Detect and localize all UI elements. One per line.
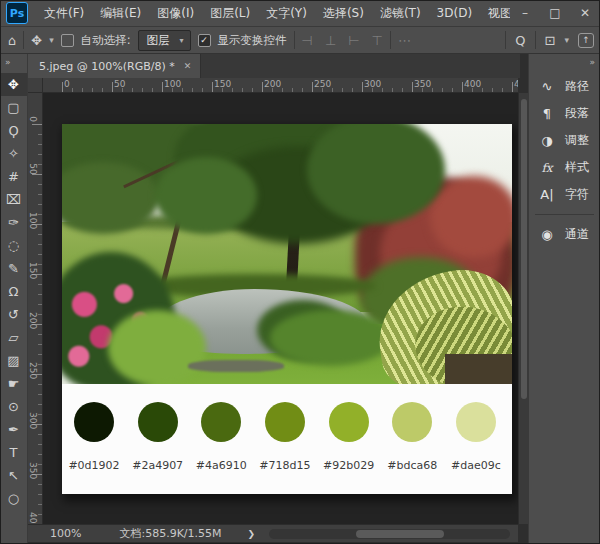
- toolbar-collapse-icon[interactable]: »: [0, 54, 27, 73]
- show-transform-checkbox[interactable]: ✓: [198, 34, 211, 47]
- eyedropper-tool[interactable]: ✑: [0, 211, 27, 234]
- history-brush-tool[interactable]: ↺: [0, 303, 27, 326]
- menu-item-6[interactable]: 选择(S): [315, 0, 372, 26]
- vertical-scrollbar[interactable]: [518, 93, 528, 524]
- ruler-label: 50: [114, 79, 125, 89]
- workspace-switcher-icon[interactable]: ⊡: [545, 34, 556, 47]
- panel-tab-label: 调整: [565, 132, 589, 149]
- color-swatch[interactable]: #718d15: [255, 402, 315, 472]
- dodge-tool[interactable]: ⊙: [0, 395, 27, 418]
- minimize-button[interactable]: –: [510, 0, 540, 26]
- tool-options-bar: ⌂ ✥ ▾ 自动选择: 图层 ▾ ✓ 显示变换控件 ⊣⊥⊢⊤ ⋯ Q ⊡ ▾ ↑: [0, 27, 600, 54]
- menu-bar: 文件(F)编辑(E)图像(I)图层(L)文字(Y)选择(S)滤镜(T)3D(D)…: [36, 0, 510, 26]
- maximize-button[interactable]: □: [540, 0, 570, 26]
- chevron-down-icon: ▾: [180, 36, 184, 45]
- panel-tab-character[interactable]: A|字符: [529, 181, 600, 208]
- document-tab[interactable]: 5.jpeg @ 100%(RGB/8) * ✕: [28, 54, 201, 78]
- move-tool-indicator-icon[interactable]: ✥: [31, 34, 42, 47]
- clone-stamp-tool[interactable]: Ω: [0, 280, 27, 303]
- dock-collapse-icon[interactable]: »: [529, 54, 600, 73]
- garden-photo[interactable]: [62, 124, 512, 384]
- color-swatch[interactable]: #2a4907: [128, 402, 188, 472]
- horizontal-scrollbar-thumb[interactable]: [356, 530, 444, 538]
- menu-item-4[interactable]: 图层(L): [202, 0, 258, 26]
- vertical-scrollbar-thumb[interactable]: [521, 99, 527, 399]
- color-swatch[interactable]: #4a6910: [191, 402, 251, 472]
- panel-tab-adjustments[interactable]: ◑调整: [529, 127, 600, 154]
- color-swatch[interactable]: #0d1902: [64, 402, 124, 472]
- frame-tool[interactable]: ⌧: [0, 188, 27, 211]
- swatch-circle[interactable]: [138, 402, 178, 442]
- home-icon[interactable]: ⌂: [8, 34, 16, 47]
- auto-select-target-value: 图层: [147, 33, 170, 48]
- menu-item-1[interactable]: 文件(F): [36, 0, 92, 26]
- swatch-circle[interactable]: [392, 402, 432, 442]
- horizontal-ruler[interactable]: 050100150200250300350400450: [28, 78, 518, 93]
- auto-select-checkbox[interactable]: [61, 34, 74, 47]
- panel-tab-label: 字符: [565, 186, 589, 203]
- swatch-circle[interactable]: [74, 402, 114, 442]
- menu-item-3[interactable]: 图像(I): [149, 0, 202, 26]
- color-swatch[interactable]: #bdca68: [382, 402, 442, 472]
- zoom-level[interactable]: 100%: [50, 527, 81, 540]
- eraser-tool[interactable]: ▱: [0, 326, 27, 349]
- vertical-ruler[interactable]: 050100150200250300350400: [28, 93, 43, 524]
- spot-healing-tool[interactable]: ◌: [0, 234, 27, 257]
- chevron-down-icon[interactable]: ▾: [49, 36, 54, 45]
- panel-tab-paths[interactable]: ∿路径: [529, 73, 600, 100]
- close-tab-icon[interactable]: ✕: [184, 61, 192, 71]
- lasso-tool[interactable]: Ϙ: [0, 119, 27, 142]
- menu-item-2[interactable]: 编辑(E): [92, 0, 149, 26]
- align-buttons-group: ⊣⊥⊢⊤: [302, 34, 383, 47]
- panel-tab-paragraph[interactable]: ¶段落: [529, 100, 600, 127]
- menu-item-5[interactable]: 文字(Y): [258, 0, 315, 26]
- title-bar: Ps 文件(F)编辑(E)图像(I)图层(L)文字(Y)选择(S)滤镜(T)3D…: [0, 0, 600, 27]
- menu-item-7[interactable]: 滤镜(T): [372, 0, 429, 26]
- move-tool[interactable]: ✥: [0, 73, 27, 96]
- auto-select-target-dropdown[interactable]: 图层 ▾: [138, 30, 191, 51]
- ellipse-tool[interactable]: ○: [0, 487, 27, 510]
- color-swatch[interactable]: #92b029: [319, 402, 379, 472]
- smudge-tool[interactable]: ☛: [0, 372, 27, 395]
- panel-tab-styles[interactable]: fx样式: [529, 154, 600, 181]
- swatch-circle[interactable]: [265, 402, 305, 442]
- color-swatch[interactable]: #dae09c: [446, 402, 506, 472]
- ruler-label: 350: [414, 79, 431, 89]
- crop-tool[interactable]: #: [0, 165, 27, 188]
- panel-tab-channels[interactable]: ◉通道: [529, 221, 600, 248]
- brush-tool[interactable]: ✎: [0, 257, 27, 280]
- status-bar: 100% 文档:585.9K/1.55M ❯: [28, 524, 518, 542]
- horizontal-scrollbar[interactable]: [269, 529, 510, 539]
- swatch-circle[interactable]: [201, 402, 241, 442]
- chevron-down-icon[interactable]: ▾: [564, 36, 569, 45]
- document-canvas[interactable]: #0d1902#2a4907#4a6910#718d15#92b029#bdca…: [62, 124, 512, 494]
- swatch-hex-label: #bdca68: [387, 459, 437, 472]
- close-button[interactable]: ✕: [570, 0, 600, 26]
- path-selection-tool[interactable]: ↖: [0, 464, 27, 487]
- align-vertical-centers-icon: ⊥: [325, 34, 336, 47]
- marquee-tool[interactable]: ▢: [0, 96, 27, 119]
- share-icon[interactable]: ↑: [578, 33, 594, 48]
- search-icon[interactable]: Q: [515, 34, 525, 47]
- ruler-label: 100: [28, 212, 38, 226]
- canvas-viewport[interactable]: #0d1902#2a4907#4a6910#718d15#92b029#bdca…: [43, 93, 518, 524]
- swatch-circle[interactable]: [456, 402, 496, 442]
- palette-strip: #0d1902#2a4907#4a6910#718d15#92b029#bdca…: [62, 384, 512, 494]
- photo-stone-edge: [188, 360, 284, 372]
- pen-tool[interactable]: ✒: [0, 418, 27, 441]
- swatch-hex-label: #718d15: [259, 459, 310, 472]
- status-chevron-icon[interactable]: ❯: [248, 529, 256, 539]
- menu-item-9[interactable]: 视图(V): [480, 0, 510, 26]
- ruler-label: 250: [28, 362, 38, 376]
- gradient-tool[interactable]: ▨: [0, 349, 27, 372]
- document-info: 文档:585.9K/1.55M: [119, 526, 221, 541]
- ruler-label: 450: [514, 79, 518, 89]
- ruler-label: 0: [28, 112, 38, 126]
- ruler-label: 300: [364, 79, 381, 89]
- more-align-options-icon[interactable]: ⋯: [398, 34, 411, 47]
- options-bar-right-group: Q ⊡ ▾ ↑: [505, 31, 600, 49]
- type-tool[interactable]: T: [0, 441, 27, 464]
- menu-item-8[interactable]: 3D(D): [429, 0, 480, 26]
- swatch-circle[interactable]: [329, 402, 369, 442]
- quick-selection-tool[interactable]: ✧: [0, 142, 27, 165]
